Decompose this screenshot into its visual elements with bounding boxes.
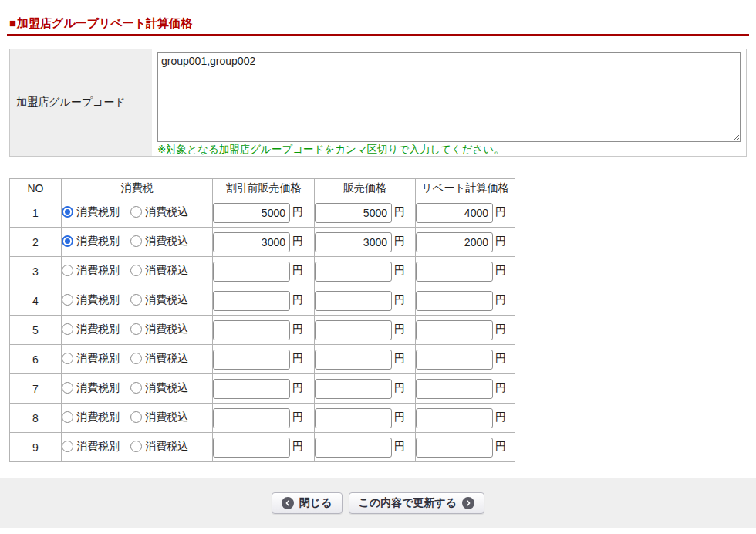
sales-price-input[interactable] — [315, 320, 392, 340]
rebate-price-cell: 円 — [416, 433, 515, 462]
pre-discount-price-cell: 円 — [213, 404, 315, 433]
pre-discount-price-input[interactable] — [213, 203, 290, 223]
header-no: NO — [10, 179, 62, 198]
tax-included-radio[interactable]: 消費税込 — [130, 235, 188, 248]
update-button[interactable]: この内容で更新する — [349, 492, 485, 514]
sales-price-input[interactable] — [315, 438, 392, 458]
table-row: 7消費税別消費税込円円円 — [10, 374, 515, 404]
group-code-label: 加盟店グループコード — [10, 49, 152, 156]
yen-suffix: 円 — [495, 440, 506, 452]
yen-suffix: 円 — [292, 264, 303, 276]
radio-icon[interactable] — [62, 353, 73, 364]
tax-included-radio[interactable]: 消費税込 — [130, 323, 188, 336]
radio-icon[interactable] — [62, 382, 73, 394]
tax-included-radio[interactable]: 消費税込 — [130, 264, 188, 278]
yen-suffix: 円 — [292, 205, 303, 218]
pre-discount-price-input[interactable] — [213, 262, 290, 282]
tax-excluded-radio[interactable]: 消費税別 — [62, 411, 120, 424]
pre-discount-price-input[interactable] — [213, 291, 290, 311]
header-pre-discount-price: 割引前販売価格 — [213, 179, 315, 198]
tax-excluded-radio[interactable]: 消費税別 — [62, 293, 120, 307]
tax-excluded-radio[interactable]: 消費税別 — [62, 323, 120, 336]
group-code-textarea[interactable]: group001,group002 — [157, 52, 741, 142]
pre-discount-price-input[interactable] — [213, 408, 290, 428]
header-tax: 消費税 — [62, 179, 213, 198]
tax-excluded-radio[interactable]: 消費税別 — [62, 264, 120, 278]
sales-price-input[interactable] — [315, 262, 392, 282]
price-table-body: 1消費税別消費税込円円円2消費税別消費税込円円円3消費税別消費税込円円円4消費税… — [10, 198, 515, 462]
radio-icon[interactable] — [130, 353, 142, 364]
tax-included-radio[interactable]: 消費税込 — [130, 440, 188, 454]
footer-bar: 閉じる この内容で更新する — [0, 478, 756, 528]
sales-price-cell: 円 — [315, 316, 416, 345]
tax-option-label: 消費税別 — [76, 381, 120, 395]
sales-price-input[interactable] — [315, 350, 392, 370]
radio-icon[interactable] — [62, 265, 73, 276]
sales-price-input[interactable] — [315, 291, 392, 311]
pre-discount-price-input[interactable] — [213, 232, 290, 252]
rebate-price-input[interactable] — [416, 438, 493, 458]
yen-suffix: 円 — [495, 381, 506, 394]
tax-included-radio[interactable]: 消費税込 — [130, 352, 188, 366]
rebate-price-cell: 円 — [416, 374, 515, 404]
sales-price-cell: 円 — [315, 374, 416, 404]
table-row: 4消費税別消費税込円円円 — [10, 286, 515, 316]
pre-discount-price-input[interactable] — [213, 438, 290, 458]
close-button-label: 閉じる — [299, 496, 332, 510]
radio-icon[interactable] — [130, 265, 142, 276]
tax-included-radio[interactable]: 消費税込 — [130, 205, 188, 219]
tax-excluded-radio[interactable]: 消費税別 — [62, 381, 120, 395]
radio-icon[interactable] — [130, 411, 142, 423]
radio-icon[interactable] — [62, 441, 73, 452]
tax-cell: 消費税別消費税込 — [62, 228, 213, 257]
rebate-price-input[interactable] — [416, 262, 493, 282]
yen-suffix: 円 — [495, 205, 506, 218]
pre-discount-price-input[interactable] — [213, 350, 290, 370]
radio-icon[interactable] — [130, 206, 142, 218]
radio-icon[interactable] — [62, 206, 73, 218]
rebate-price-cell: 円 — [416, 345, 515, 374]
rebate-price-input[interactable] — [416, 232, 493, 252]
radio-icon[interactable] — [62, 411, 73, 423]
tax-included-radio[interactable]: 消費税込 — [130, 411, 188, 424]
tax-option-label: 消費税込 — [145, 323, 188, 336]
tax-excluded-radio[interactable]: 消費税別 — [62, 352, 120, 366]
tax-excluded-radio[interactable]: 消費税別 — [62, 440, 120, 454]
radio-icon[interactable] — [130, 235, 142, 247]
sales-price-input[interactable] — [315, 379, 392, 399]
radio-icon[interactable] — [62, 323, 73, 335]
radio-icon[interactable] — [130, 441, 142, 452]
pre-discount-price-cell: 円 — [213, 198, 315, 228]
radio-icon[interactable] — [130, 323, 142, 335]
tax-option-label: 消費税込 — [145, 411, 188, 424]
radio-icon[interactable] — [130, 294, 142, 306]
rebate-price-input[interactable] — [416, 203, 493, 223]
rebate-price-input[interactable] — [416, 379, 493, 399]
tax-included-radio[interactable]: 消費税込 — [130, 293, 188, 307]
yen-suffix: 円 — [292, 293, 303, 306]
radio-icon[interactable] — [62, 235, 73, 247]
rebate-price-input[interactable] — [416, 320, 493, 340]
table-row: 3消費税別消費税込円円円 — [10, 257, 515, 286]
rebate-price-input[interactable] — [416, 291, 493, 311]
tax-option-label: 消費税別 — [76, 205, 120, 219]
pre-discount-price-input[interactable] — [213, 320, 290, 340]
radio-icon[interactable] — [130, 382, 142, 394]
rebate-price-input[interactable] — [416, 350, 493, 370]
radio-icon[interactable] — [62, 294, 73, 306]
sales-price-input[interactable] — [315, 408, 392, 428]
yen-suffix: 円 — [495, 411, 506, 423]
group-code-note: ※対象となる加盟店グループコードをカンマ区切りで入力してください。 — [157, 143, 741, 157]
pre-discount-price-input[interactable] — [213, 379, 290, 399]
sales-price-input[interactable] — [315, 232, 392, 252]
table-header-row: NO 消費税 割引前販売価格 販売価格 リベート計算価格 — [10, 179, 515, 198]
tax-included-radio[interactable]: 消費税込 — [130, 381, 188, 395]
sales-price-input[interactable] — [315, 203, 392, 223]
tax-option-label: 消費税込 — [145, 352, 188, 366]
tax-excluded-radio[interactable]: 消費税別 — [62, 205, 120, 219]
tax-cell: 消費税別消費税込 — [62, 198, 213, 228]
tax-option-label: 消費税込 — [145, 293, 188, 307]
close-button[interactable]: 閉じる — [272, 492, 343, 514]
rebate-price-input[interactable] — [416, 408, 493, 428]
tax-excluded-radio[interactable]: 消費税別 — [62, 235, 120, 248]
